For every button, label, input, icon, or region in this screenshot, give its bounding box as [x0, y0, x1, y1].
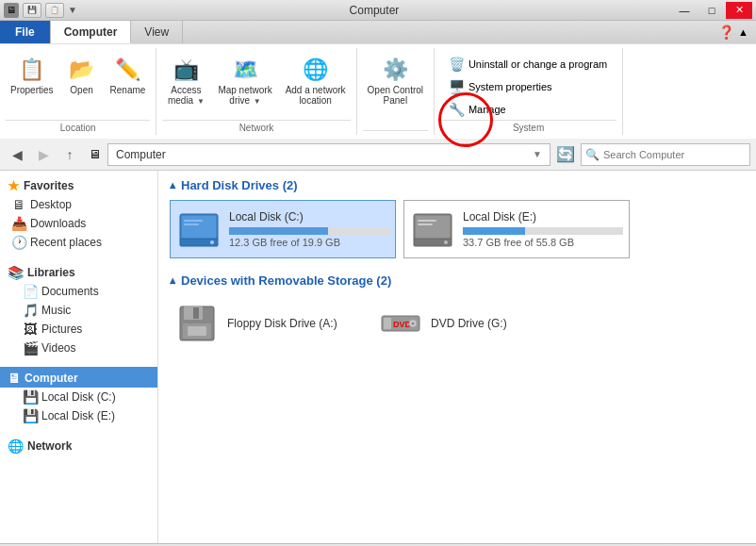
tab-view[interactable]: View	[131, 21, 183, 43]
main-area: ★ Favorites 🖥 Desktop 📥 Downloads 🕐 Rece…	[0, 171, 756, 543]
tab-computer[interactable]: Computer	[51, 21, 132, 43]
sidebar-item-recent-places[interactable]: 🕐 Recent places	[0, 233, 157, 252]
uninstall-icon: 🗑️	[450, 57, 465, 72]
sidebar-section-computer: 🖥 Computer 💾 Local Disk (C:) 💾 Local Dis…	[0, 367, 157, 425]
quick-access-properties[interactable]: 📋	[45, 3, 64, 18]
hard-disk-section-header[interactable]: Hard Disk Drives (2)	[170, 178, 745, 192]
path-text: Computer	[116, 148, 166, 161]
drive-e-item[interactable]: Local Disk (E:) 33.7 GB free of 55.8 GB	[403, 200, 630, 258]
rename-button[interactable]: ✏️ Rename	[106, 52, 151, 98]
svg-point-21	[412, 323, 415, 325]
help-icon[interactable]: ❓	[718, 25, 734, 40]
quick-access-save[interactable]: 💾	[23, 3, 41, 18]
sidebar-item-local-c[interactable]: 💾 Local Disk (C:)	[0, 388, 157, 406]
system-properties-button[interactable]: 🖥️ System properties	[443, 76, 614, 97]
back-button[interactable]: ◀	[6, 143, 28, 166]
sidebar-item-music[interactable]: 🎵 Music	[0, 301, 157, 320]
videos-label: Videos	[41, 341, 75, 355]
address-path[interactable]: Computer ▼	[107, 143, 551, 166]
hard-disk-section-label: Hard Disk Drives (2)	[181, 178, 298, 192]
search-box[interactable]: 🔍	[581, 143, 750, 166]
open-label: Open	[70, 85, 92, 95]
floppy-item[interactable]: Floppy Disk Drive (A:)	[170, 295, 358, 352]
downloads-icon: 📥	[11, 216, 26, 231]
ribbon-tabs: File Computer View ❓ ▲	[0, 21, 756, 43]
manage-button[interactable]: 🔧 Manage	[443, 99, 614, 120]
tab-file[interactable]: File	[0, 21, 51, 43]
sidebar-item-downloads[interactable]: 📥 Downloads	[0, 214, 157, 233]
path-dropdown-arrow[interactable]: ▼	[533, 149, 542, 159]
window-controls: — □ ✕	[671, 2, 752, 19]
network-group-items: 📺 Accessmedia ▼ 🗺️ Map networkdrive ▼ 🌐 …	[162, 48, 350, 120]
sidebar-item-videos[interactable]: 🎬 Videos	[0, 339, 157, 357]
local-c-icon: 💾	[23, 389, 38, 405]
drive-e-bar	[463, 227, 525, 235]
access-media-button[interactable]: 📺 Accessmedia ▼	[162, 52, 209, 108]
drive-c-bar-container	[229, 227, 389, 235]
close-button[interactable]: ✕	[726, 2, 752, 19]
open-icon: 📂	[67, 55, 97, 85]
system-properties-label: System properties	[468, 81, 552, 92]
svg-rect-18	[384, 318, 391, 329]
drive-e-icon	[410, 207, 455, 252]
documents-icon: 📄	[23, 284, 38, 299]
drives-grid: Local Disk (C:) 12.3 GB free of 19.9 GB	[170, 200, 745, 258]
search-icon: 🔍	[585, 148, 600, 161]
computer-header-icon: 🖥	[8, 371, 21, 386]
add-network-location-label: Add a networklocation	[286, 85, 346, 106]
documents-label: Documents	[41, 285, 99, 298]
open-control-panel-icon: ⚙️	[380, 55, 410, 85]
sidebar-item-pictures[interactable]: 🖼 Pictures	[0, 320, 157, 339]
search-input[interactable]	[603, 149, 746, 160]
manage-icon: 🔧	[450, 102, 465, 117]
map-network-drive-button[interactable]: 🗺️ Map networkdrive ▼	[213, 52, 276, 108]
sidebar-item-desktop[interactable]: 🖥 Desktop	[0, 195, 157, 214]
svg-text:DVD: DVD	[393, 320, 412, 329]
uninstall-button[interactable]: 🗑️ Uninstall or change a program	[443, 54, 614, 74]
drive-c-info: Local Disk (C:) 12.3 GB free of 19.9 GB	[229, 210, 389, 248]
drive-c-item[interactable]: Local Disk (C:) 12.3 GB free of 19.9 GB	[170, 200, 396, 258]
title-bar-left: 🖥 💾 📋 ▼	[4, 3, 77, 18]
floppy-name: Floppy Disk Drive (A:)	[227, 317, 337, 330]
map-network-drive-label: Map networkdrive ▼	[218, 85, 271, 106]
downloads-label: Downloads	[30, 217, 86, 230]
properties-button[interactable]: 📋 Properties	[6, 52, 58, 98]
refresh-button[interactable]: 🔄	[554, 143, 577, 166]
open-button[interactable]: 📂 Open	[62, 52, 102, 98]
computer-header-label: Computer	[25, 372, 78, 385]
dvd-item[interactable]: DVD DVD Drive (G:)	[373, 295, 562, 352]
videos-icon: 🎬	[23, 340, 38, 356]
pictures-icon: 🖼	[23, 322, 38, 337]
minimize-button[interactable]: —	[671, 2, 698, 19]
rename-icon: ✏️	[112, 55, 142, 85]
open-control-panel-button[interactable]: ⚙️ Open ControlPanel	[363, 52, 428, 108]
favorites-label: Favorites	[24, 179, 74, 192]
properties-icon: 📋	[17, 55, 47, 85]
svg-rect-11	[418, 223, 433, 225]
dvd-icon: DVD	[378, 301, 423, 346]
sidebar-libraries-header[interactable]: 📚 Libraries	[0, 261, 157, 282]
quick-access-arrow[interactable]: ▼	[68, 5, 77, 15]
forward-button[interactable]: ▶	[32, 143, 55, 166]
add-network-location-icon: 🌐	[301, 55, 331, 85]
sidebar-item-local-e[interactable]: 💾 Local Disk (E:)	[0, 406, 157, 425]
drive-c-size: 12.3 GB free of 19.9 GB	[229, 237, 389, 248]
sidebar-section-libraries: 📚 Libraries 📄 Documents 🎵 Music 🖼 Pictur…	[0, 261, 157, 357]
manage-label: Manage	[468, 104, 506, 115]
collapse-ribbon-icon[interactable]: ▲	[738, 26, 748, 38]
ribbon-group-network: 📺 Accessmedia ▼ 🗺️ Map networkdrive ▼ 🌐 …	[156, 48, 356, 135]
up-button[interactable]: ↑	[58, 143, 81, 166]
libraries-label: Libraries	[27, 266, 75, 279]
drive-e-size: 33.7 GB free of 55.8 GB	[463, 237, 623, 248]
sidebar-computer-header[interactable]: 🖥 Computer	[0, 367, 157, 388]
add-network-location-button[interactable]: 🌐 Add a networklocation	[281, 52, 351, 108]
svg-rect-10	[418, 220, 436, 222]
removable-section-header[interactable]: Devices with Removable Storage (2)	[170, 273, 745, 288]
app-icon: 🖥	[4, 3, 19, 18]
sidebar-favorites-header[interactable]: ★ Favorites	[0, 174, 157, 195]
sidebar-item-documents[interactable]: 📄 Documents	[0, 282, 157, 301]
sidebar-network-header[interactable]: 🌐 Network	[0, 435, 157, 455]
drive-e-info: Local Disk (E:) 33.7 GB free of 55.8 GB	[463, 210, 623, 248]
content-area: Hard Disk Drives (2) Local Disk (C:)	[158, 171, 756, 543]
maximize-button[interactable]: □	[698, 2, 725, 19]
